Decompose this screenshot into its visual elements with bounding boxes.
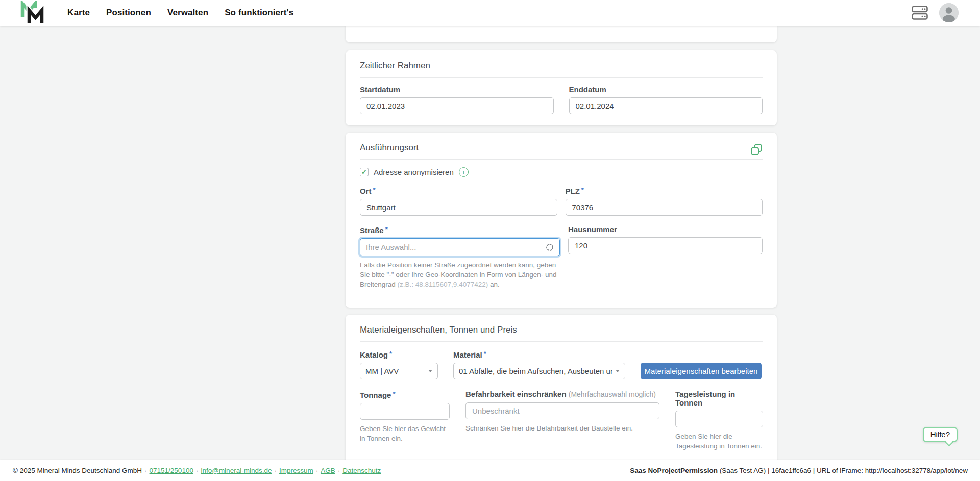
- katalog-field: Katalog* MM | AVV: [360, 349, 438, 379]
- user-avatar[interactable]: [939, 3, 959, 22]
- divider: [360, 341, 763, 342]
- help-label: Hilfe?: [930, 430, 950, 439]
- env-details: (Saas Test AG) | 16fae1ffc6a6 | URL of i…: [718, 467, 968, 474]
- startdatum-field: Startdatum: [360, 85, 554, 114]
- hint-example: (z.B.: 48.8115607,9.4077422): [398, 281, 488, 288]
- strasse-placeholder: Ihre Auswahl...: [366, 243, 546, 251]
- material-title: Materialeigenschaften, Tonnen und Preis: [360, 325, 763, 335]
- required-asterisk: *: [389, 350, 392, 358]
- hausnummer-label: Hausnummer: [568, 225, 763, 234]
- enddatum-label: Enddatum: [569, 85, 763, 94]
- material-field: Material* 01 Abfälle, die beim Aufsuchen…: [453, 349, 625, 379]
- logo-icon: [20, 1, 44, 24]
- enddatum-input[interactable]: [569, 97, 763, 114]
- ort-input[interactable]: [360, 199, 557, 216]
- enddatum-field: Enddatum: [569, 85, 763, 114]
- email-link[interactable]: info@mineral-minds.de: [201, 467, 272, 474]
- phone-link[interactable]: 07151/250100: [150, 467, 193, 474]
- tonnage-label: Tonnage*: [360, 390, 450, 399]
- location-title: Ausführungsort: [360, 143, 419, 153]
- ort-field: Ort*: [360, 186, 557, 216]
- divider: [360, 159, 763, 160]
- ort-label: Ort*: [360, 186, 557, 195]
- impressum-link[interactable]: Impressum: [279, 467, 313, 474]
- form-column: Zeitlicher Rahmen Startdatum Enddatum Au…: [346, 26, 777, 481]
- divider: [360, 77, 763, 78]
- required-asterisk: *: [373, 186, 376, 194]
- info-icon[interactable]: i: [459, 167, 469, 177]
- required-asterisk: *: [385, 225, 388, 233]
- tagesleistung-hint: Geben Sie hier die Tagesleistung in Tonn…: [675, 432, 763, 451]
- strasse-hint: Falls die Position keiner Straße zugeord…: [360, 260, 560, 289]
- plz-label: PLZ*: [566, 186, 763, 195]
- required-asterisk: *: [581, 186, 584, 194]
- startdatum-input[interactable]: [360, 97, 554, 114]
- hausnummer-field: Hausnummer: [568, 225, 763, 296]
- timeframe-title: Zeitlicher Rahmen: [360, 61, 763, 71]
- navbar-right: [912, 3, 959, 22]
- required-asterisk: *: [393, 390, 395, 398]
- footer-left: © 2025 Mineral Minds Deutschland GmbH·07…: [13, 467, 381, 474]
- anonymize-checkbox[interactable]: ✓: [360, 168, 369, 176]
- mineral-minds-logo[interactable]: [20, 1, 44, 24]
- tonnage-input[interactable]: [360, 403, 450, 420]
- chevron-down-icon: [616, 370, 620, 372]
- edit-material-properties-button[interactable]: Materialeigenschaften bearbeiten: [641, 363, 762, 379]
- nav-item-positionen[interactable]: Positionen: [106, 8, 151, 18]
- previous-section-card: [346, 26, 777, 42]
- tonnage-field: Tonnage* Geben Sie hier das Gewicht in T…: [360, 390, 450, 451]
- tagesleistung-field: Tagesleistung in Tonnen Geben Sie hier d…: [675, 390, 763, 451]
- strasse-field: Straße* Ihre Auswahl... Falls die Positi…: [360, 225, 560, 296]
- anonymize-label: Adresse anonymisieren: [374, 168, 454, 176]
- help-bubble-tail: [945, 438, 953, 446]
- copy-icon[interactable]: [751, 144, 763, 156]
- strasse-label: Straße*: [360, 225, 560, 235]
- befahrbarkeit-note: (Mehrfachauswahl möglich): [569, 390, 656, 398]
- help-button[interactable]: Hilfe?: [923, 427, 958, 442]
- location-card: Ausführungsort ✓ Adresse anonymisieren i…: [346, 133, 777, 308]
- datenschutz-link[interactable]: Datenschutz: [342, 467, 381, 474]
- anonymize-row: ✓ Adresse anonymisieren i: [360, 167, 763, 177]
- footer-environment-info: Saas NoProjectPermission (Saas Test AG) …: [630, 467, 968, 474]
- person-icon: [939, 3, 959, 22]
- material-card: Materialeigenschaften, Tonnen und Preis …: [346, 315, 777, 481]
- nav-item-karte[interactable]: Karte: [67, 8, 90, 18]
- katalog-select[interactable]: MM | AVV: [360, 363, 438, 379]
- material-value: 01 Abfälle, die beim Aufsuchen, Ausbeute…: [459, 367, 612, 375]
- plz-field: PLZ*: [566, 186, 763, 216]
- befahrbarkeit-field: Befahrbarkeit einschränken (Mehrfachausw…: [465, 390, 659, 451]
- strasse-combobox[interactable]: Ihre Auswahl...: [360, 238, 560, 256]
- befahrbarkeit-input[interactable]: [465, 402, 659, 419]
- main-menu: Karte Positionen Verwalten So funktionie…: [67, 8, 293, 18]
- befahrbarkeit-hint: Schränken Sie hier die Befahrbarkeit der…: [465, 423, 659, 433]
- loading-spinner-icon: [546, 243, 554, 251]
- tagesleistung-label: Tagesleistung in Tonnen: [675, 390, 763, 407]
- katalog-value: MM | AVV: [365, 367, 425, 375]
- tagesleistung-input[interactable]: [675, 411, 763, 427]
- nav-item-so-funktionierts[interactable]: So funktioniert's: [225, 8, 293, 18]
- tonnage-hint: Geben Sie hier das Gewicht in Tonnen ein…: [360, 424, 450, 443]
- copyright-text: © 2025 Mineral Minds Deutschland GmbH: [13, 467, 142, 474]
- hausnummer-input[interactable]: [568, 237, 763, 254]
- page-footer: © 2025 Mineral Minds Deutschland GmbH·07…: [0, 460, 980, 481]
- top-navbar: Karte Positionen Verwalten So funktionie…: [0, 0, 980, 26]
- material-select[interactable]: 01 Abfälle, die beim Aufsuchen, Ausbeute…: [453, 363, 625, 379]
- befahrbarkeit-label: Befahrbarkeit einschränken (Mehrfachausw…: [465, 390, 659, 399]
- nav-item-verwalten[interactable]: Verwalten: [167, 8, 208, 18]
- timeframe-card: Zeitlicher Rahmen Startdatum Enddatum: [346, 50, 777, 125]
- agb-link[interactable]: AGB: [321, 467, 335, 474]
- required-asterisk: *: [484, 350, 486, 358]
- plz-input[interactable]: [566, 199, 763, 216]
- server-stack-icon[interactable]: [912, 6, 928, 20]
- chevron-down-icon: [428, 370, 432, 372]
- material-label: Material*: [453, 349, 625, 359]
- startdatum-label: Startdatum: [360, 85, 554, 94]
- katalog-label: Katalog*: [360, 349, 438, 359]
- env-name: Saas NoProjectPermission: [630, 467, 718, 474]
